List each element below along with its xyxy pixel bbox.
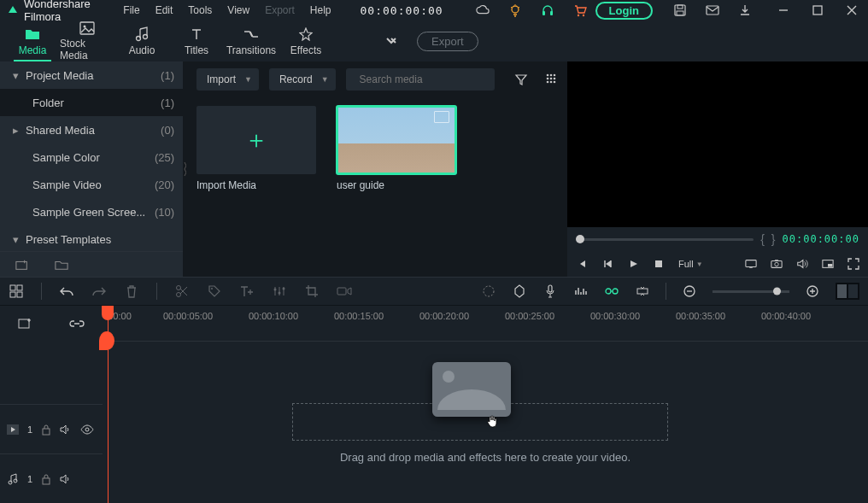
render-icon[interactable] <box>481 284 496 299</box>
menu-edit[interactable]: Edit <box>155 4 173 16</box>
audio-track-icon <box>7 473 19 485</box>
lock-icon[interactable] <box>41 473 51 485</box>
mark-in-button[interactable]: { <box>760 232 765 246</box>
media-item-import[interactable]: ＋ Import Media <box>196 106 316 191</box>
marker-icon[interactable] <box>512 284 527 299</box>
grid-view-icon[interactable] <box>545 73 557 86</box>
media-item-user-guide[interactable]: user guide <box>337 106 456 191</box>
sidebar-item-sample-video[interactable]: Sample Video (20) <box>0 171 183 198</box>
undo-icon[interactable] <box>59 284 74 299</box>
adjust-icon[interactable] <box>272 284 287 299</box>
sidebar-item-folder[interactable]: Folder (1) <box>0 89 183 116</box>
menu-view[interactable]: View <box>227 4 249 16</box>
step-back-button[interactable] <box>601 258 613 270</box>
playhead[interactable] <box>108 306 108 503</box>
scrub-slider[interactable] <box>576 238 754 241</box>
svg-point-18 <box>554 74 556 77</box>
lock-icon[interactable] <box>41 424 51 436</box>
login-button[interactable]: Login <box>595 2 653 20</box>
sidebar-item-sample-color[interactable]: Sample Color (25) <box>0 143 183 171</box>
split-icon[interactable] <box>174 284 190 299</box>
tab-media[interactable]: Media <box>5 20 60 61</box>
close-icon[interactable] <box>846 4 858 16</box>
pip-icon[interactable] <box>822 258 834 270</box>
display-icon[interactable] <box>745 258 757 270</box>
snapshot-icon[interactable] <box>771 258 783 270</box>
add-track-icon[interactable] <box>18 317 33 330</box>
menu-file[interactable]: File <box>123 4 139 16</box>
menu-export: Export <box>265 4 295 16</box>
tab-stock-media[interactable]: Stock Media <box>60 20 114 61</box>
filter-icon[interactable] <box>514 73 528 86</box>
sidebar-item-project-media[interactable]: ▾ Project Media (1) <box>0 61 183 89</box>
tab-effects[interactable]: Effects <box>279 20 333 61</box>
svg-rect-10 <box>80 22 94 34</box>
cloud-icon[interactable] <box>476 3 490 17</box>
search-media[interactable] <box>346 68 495 91</box>
timeline-tracks[interactable]: Drag and drop media and effects here to … <box>103 342 868 503</box>
tag-icon[interactable] <box>207 284 222 299</box>
delete-icon[interactable] <box>124 284 139 299</box>
svg-rect-14 <box>16 261 26 269</box>
mute-icon[interactable] <box>60 474 72 484</box>
snap-icon[interactable] <box>635 284 650 299</box>
redo-icon[interactable] <box>91 284 107 299</box>
preview-timecode: 00:00:00:00 <box>783 233 859 245</box>
speed-icon[interactable] <box>337 284 352 299</box>
voiceover-icon[interactable] <box>542 284 558 299</box>
svg-rect-34 <box>17 292 22 297</box>
play-button[interactable] <box>627 258 639 270</box>
auto-ripple-icon[interactable] <box>604 284 619 299</box>
svg-point-21 <box>554 78 556 80</box>
timeline-body[interactable]: 00:00 00:00:05:00 00:00:10:00 00:00:15:0… <box>103 306 868 503</box>
preview-panel: { } 00:00:00:00 Full ▼ <box>567 61 868 277</box>
more-panels-icon[interactable] <box>384 36 402 46</box>
tab-transitions[interactable]: Transitions <box>224 20 279 61</box>
zoom-out-icon[interactable] <box>682 284 697 299</box>
record-dropdown[interactable]: Record ▼ <box>269 68 336 91</box>
preview-canvas[interactable] <box>567 61 868 227</box>
timeline-ruler[interactable]: 00:00 00:00:05:00 00:00:10:00 00:00:15:0… <box>103 306 868 342</box>
download-icon[interactable] <box>738 3 752 17</box>
sidebar-item-sample-green-screen[interactable]: Sample Green Scree... (10) <box>0 198 183 225</box>
cart-icon[interactable] <box>573 3 587 17</box>
menu-tools[interactable]: Tools <box>188 4 212 16</box>
zoom-slider[interactable] <box>713 290 789 293</box>
add-folder-icon[interactable] <box>15 258 29 272</box>
mute-icon[interactable] <box>60 424 72 435</box>
tab-titles[interactable]: Titles <box>169 20 224 61</box>
quality-dropdown[interactable]: Full ▼ <box>678 259 703 269</box>
timeline-view-toggle[interactable] <box>836 283 859 300</box>
video-track-header[interactable]: 1 <box>0 404 103 453</box>
volume-icon[interactable] <box>796 258 808 270</box>
visibility-icon[interactable] <box>80 424 94 435</box>
mail-icon[interactable] <box>706 3 719 17</box>
maximize-icon[interactable] <box>812 4 824 16</box>
minimize-icon[interactable] <box>777 4 789 16</box>
audio-track-header[interactable]: 1 <box>0 453 103 503</box>
text-add-icon[interactable] <box>239 284 255 299</box>
export-button[interactable]: Export <box>417 32 478 51</box>
crop-icon[interactable] <box>304 284 320 299</box>
sidebar-item-preset-templates[interactable]: ▾ Preset Templates <box>0 225 183 251</box>
chevron-right-icon: ▸ <box>9 124 22 137</box>
svg-point-13 <box>144 35 148 39</box>
media-grid: ＋ Import Media user guide <box>186 97 567 277</box>
mixer-icon[interactable] <box>573 284 589 299</box>
fullscreen-icon[interactable] <box>847 258 859 270</box>
mark-out-button[interactable]: } <box>771 232 776 246</box>
lightbulb-icon[interactable] <box>508 3 522 17</box>
menu-help[interactable]: Help <box>310 4 331 16</box>
import-dropdown[interactable]: Import ▼ <box>196 68 259 91</box>
folder-icon[interactable] <box>55 258 68 272</box>
prev-frame-button[interactable] <box>576 258 588 270</box>
link-icon[interactable] <box>69 318 85 330</box>
zoom-in-icon[interactable] <box>805 284 820 299</box>
sidebar-item-shared-media[interactable]: ▸ Shared Media (0) <box>0 116 183 143</box>
search-input[interactable] <box>360 73 488 85</box>
headphones-icon[interactable] <box>541 3 554 17</box>
save-icon[interactable] <box>673 3 687 17</box>
tab-audio[interactable]: Audio <box>114 20 169 61</box>
layout-icon[interactable] <box>9 284 24 299</box>
stop-button[interactable] <box>653 258 665 270</box>
